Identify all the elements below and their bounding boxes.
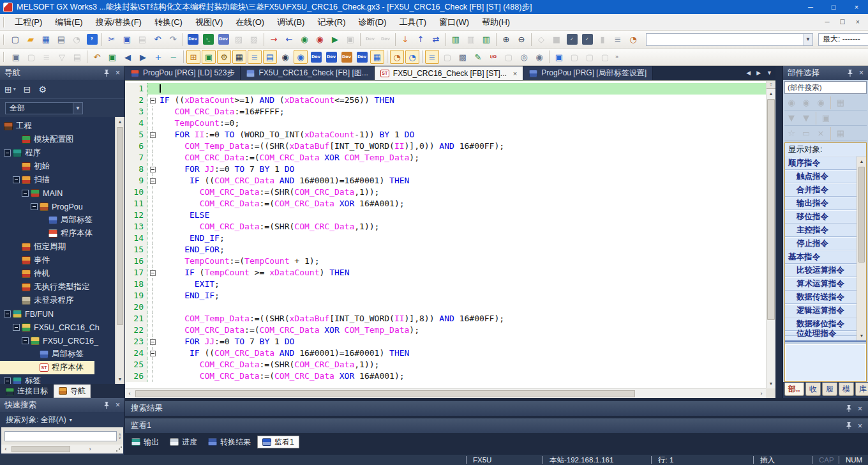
scroll-up-icon[interactable]: ▲ bbox=[857, 156, 866, 166]
tree-item-无执行类型指定[interactable]: 无执行类型指定 bbox=[0, 280, 124, 294]
tree-item-标签[interactable]: 标签 bbox=[0, 374, 124, 384]
instruction-group-数据传送指令[interactable]: 数据传送指令 bbox=[785, 291, 857, 304]
menu-d[interactable]: 诊断(D) bbox=[352, 14, 393, 30]
fold-collapse-icon[interactable] bbox=[147, 95, 158, 106]
clock-setting-icon[interactable]: ◔ bbox=[390, 50, 404, 64]
expand-arrows-icon[interactable]: ∧∨ bbox=[119, 433, 121, 439]
ld-view-icon[interactable]: ▥ bbox=[449, 33, 463, 47]
collapse-box-icon[interactable] bbox=[4, 377, 11, 384]
menu-f[interactable]: 搜索/替换(F) bbox=[89, 14, 148, 30]
tree-item-初始[interactable]: 初始 bbox=[0, 160, 124, 173]
instruction-group-主控指令[interactable]: 主控指令 bbox=[785, 224, 857, 237]
scroll-thumb[interactable] bbox=[11, 446, 70, 452]
device-comment-icon[interactable]: Dev bbox=[186, 33, 200, 47]
close-icon[interactable]: × bbox=[116, 401, 120, 409]
tree-item-模块配置图[interactable]: 模块配置图 bbox=[0, 133, 124, 146]
find-next-icon[interactable]: ▶ bbox=[136, 50, 150, 64]
column-insert-icon[interactable]: ▮ bbox=[595, 33, 610, 47]
tree-item-未登录程序[interactable]: 未登录程序 bbox=[0, 294, 124, 307]
clock-check-icon[interactable]: ◔ bbox=[405, 50, 419, 64]
open-project-icon[interactable]: ▰ bbox=[24, 33, 38, 47]
menu-o[interactable]: 在线(O) bbox=[229, 14, 271, 30]
read-from-plc-icon[interactable]: ← bbox=[282, 33, 296, 47]
code-line[interactable]: 17 IF (TempCount >= xDataCount) THEN bbox=[125, 267, 766, 278]
device-key-icon[interactable]: Dev bbox=[216, 33, 230, 47]
scroll-thumb[interactable] bbox=[117, 127, 123, 325]
zoom-out-icon[interactable]: ⊖ bbox=[514, 33, 528, 47]
document-tab-4[interactable]: ProgPou [PRG] [局部标签设置] bbox=[523, 66, 653, 80]
tree-item-事件[interactable]: 事件 bbox=[0, 254, 124, 267]
fold-box-icon[interactable] bbox=[150, 178, 156, 184]
delete-part-icon[interactable]: × bbox=[814, 127, 827, 140]
fold-box-icon[interactable] bbox=[150, 167, 156, 172]
collapse-box-icon[interactable] bbox=[4, 149, 11, 156]
tree-item-MAIN[interactable]: MAIN bbox=[0, 187, 124, 200]
tab-list-icon[interactable]: ▼ bbox=[767, 70, 772, 76]
menu-e[interactable]: 编辑(E) bbox=[49, 14, 89, 30]
code-line[interactable]: 12 ELSE bbox=[125, 210, 766, 221]
part-tab-履[interactable]: 履 bbox=[822, 383, 837, 396]
close-icon[interactable]: × bbox=[116, 69, 120, 77]
fold-box-icon[interactable] bbox=[150, 351, 156, 356]
find-in-window-icon[interactable]: ◉ bbox=[294, 50, 308, 64]
part-tab-收[interactable]: 收 bbox=[805, 383, 821, 396]
outline-view-icon[interactable]: ≡ bbox=[425, 50, 439, 64]
watch-table-icon[interactable]: ▦ bbox=[370, 50, 384, 64]
device-ref-icon[interactable]: Dev bbox=[355, 50, 369, 64]
quick-search-input[interactable] bbox=[4, 431, 117, 441]
paste-icon[interactable]: ▤ bbox=[135, 33, 149, 47]
local-label-list-icon[interactable]: ▤ bbox=[263, 50, 277, 64]
tab-close-icon[interactable]: × bbox=[513, 70, 517, 77]
maximize-button[interactable]: □ bbox=[822, 0, 845, 14]
search-result-panel[interactable]: 搜索结果 × bbox=[125, 401, 868, 416]
code-line[interactable]: 8 FOR JJ:=0 TO 7 BY 1 DO bbox=[125, 164, 766, 175]
monitor-run-icon[interactable]: ▶ bbox=[328, 33, 342, 47]
collapse-box-icon[interactable] bbox=[13, 176, 20, 183]
part-clear-icon[interactable]: ▼ bbox=[800, 112, 812, 125]
select-mode-icon[interactable]: ◇ bbox=[534, 33, 548, 47]
write-to-plc-icon[interactable]: → bbox=[267, 33, 281, 47]
code-line[interactable]: 23 FOR JJ:=0 TO 7 BY 1 DO bbox=[125, 336, 766, 347]
toolbar-overflow-icon[interactable]: » bbox=[615, 54, 618, 60]
menu-h[interactable]: 帮助(H) bbox=[475, 14, 516, 30]
scroll-right-icon[interactable]: › bbox=[86, 445, 94, 454]
code-line[interactable]: 7 COM_CRC_Data:=(COM_CRC_Data XOR COM_Te… bbox=[125, 152, 766, 164]
watch-panel[interactable]: 监看1 × bbox=[125, 418, 868, 433]
tree-item-待机[interactable]: 待机 bbox=[0, 267, 124, 280]
io-assign-icon[interactable]: I/O bbox=[486, 50, 500, 64]
part-find-all-icon[interactable]: ◉ bbox=[814, 96, 827, 109]
monitor-window-icon[interactable]: ▣ bbox=[552, 50, 566, 64]
ld-view2-icon[interactable]: ▥ bbox=[464, 33, 478, 47]
minimize-button[interactable]: ─ bbox=[799, 0, 822, 14]
connection-icon[interactable]: ▣ bbox=[202, 50, 216, 64]
code-line[interactable]: 9 IF ((COM_CRC_Data AND 16#0001)=16#0001… bbox=[125, 175, 766, 187]
cut-icon[interactable]: ✂ bbox=[105, 33, 119, 47]
document-tab-1[interactable]: ProgPou [PRG] [LD] 523步 bbox=[125, 66, 241, 80]
split-handle-icon[interactable]: ÷ bbox=[767, 81, 775, 89]
code-line[interactable]: 16 TempCount:=(TempCount + 1); bbox=[125, 255, 766, 267]
instruction-group-触点指令[interactable]: 触点指令 bbox=[785, 170, 857, 183]
device-find-icon[interactable]: ◎ bbox=[517, 50, 531, 64]
tree-item-局部标签[interactable]: 局部标签 bbox=[0, 347, 124, 361]
chevron-down-icon[interactable]: ▼ bbox=[803, 34, 812, 45]
pin-icon[interactable] bbox=[103, 70, 110, 77]
part-insert-icon[interactable]: ▼ bbox=[785, 112, 798, 125]
tree-item-程序本体[interactable]: ST程序本体 bbox=[0, 361, 94, 374]
tree-item-程序[interactable]: 程序 bbox=[0, 146, 124, 160]
code-line[interactable]: 11 COM_CRC_Data:=(COM_CRC_Data XOR 16#A0… bbox=[125, 198, 766, 210]
pin-icon[interactable] bbox=[846, 405, 852, 412]
device-batch-icon[interactable]: Dev bbox=[340, 50, 354, 64]
menu-t[interactable]: 工具(T) bbox=[393, 14, 433, 30]
menu-w[interactable]: 窗口(W) bbox=[433, 14, 475, 30]
scroll-down-icon[interactable]: ▼ bbox=[767, 379, 775, 388]
scroll-right-icon[interactable]: › bbox=[757, 389, 766, 398]
upload-setting-icon[interactable]: ↑ bbox=[414, 33, 428, 47]
tree-scrollbar[interactable]: ▲ ▼ bbox=[115, 117, 124, 384]
tool-gray-icon[interactable]: ▢ bbox=[502, 50, 516, 64]
tree-item-扫描[interactable]: 扫描 bbox=[0, 173, 124, 187]
fold-collapse-icon[interactable] bbox=[147, 347, 158, 359]
label-add-icon[interactable]: + bbox=[151, 50, 165, 64]
menu-c[interactable]: 转换(C) bbox=[148, 14, 189, 30]
project-tree-icon[interactable]: ⊞ bbox=[186, 50, 200, 64]
instruction-group-停止指令[interactable]: 停止指令 bbox=[785, 237, 857, 250]
